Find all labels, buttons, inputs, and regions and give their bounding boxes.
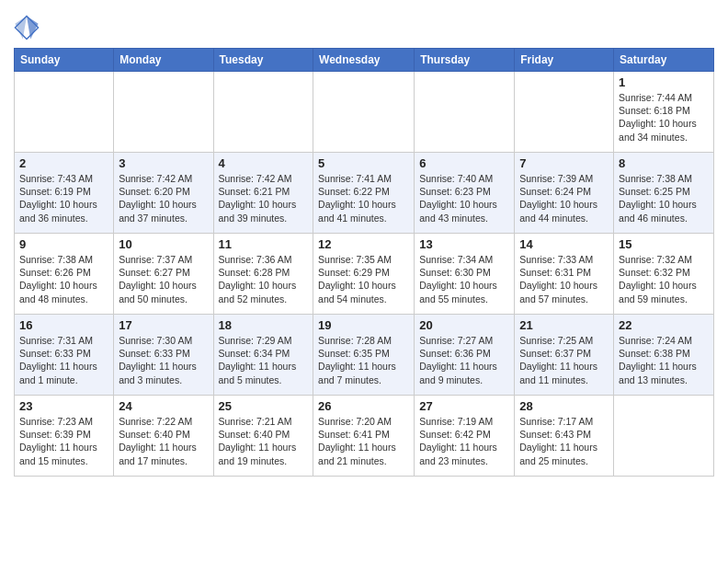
- day-info: Sunrise: 7:43 AM Sunset: 6:19 PM Dayligh…: [19, 172, 108, 224]
- day-info: Sunrise: 7:29 AM Sunset: 6:34 PM Dayligh…: [219, 334, 309, 386]
- day-number: 26: [318, 399, 409, 413]
- calendar-cell: [114, 72, 213, 153]
- calendar-cell: 13Sunrise: 7:34 AM Sunset: 6:30 PM Dayli…: [415, 234, 515, 315]
- calendar-cell: 21Sunrise: 7:25 AM Sunset: 6:37 PM Dayli…: [515, 315, 614, 396]
- day-info: Sunrise: 7:20 AM Sunset: 6:41 PM Dayligh…: [318, 415, 409, 467]
- calendar-cell: 19Sunrise: 7:28 AM Sunset: 6:35 PM Dayli…: [313, 315, 415, 396]
- day-number: 23: [19, 399, 108, 413]
- day-number: 4: [219, 156, 309, 170]
- calendar-week-3: 9Sunrise: 7:38 AM Sunset: 6:26 PM Daylig…: [15, 234, 714, 315]
- calendar-week-5: 23Sunrise: 7:23 AM Sunset: 6:39 PM Dayli…: [15, 396, 714, 477]
- day-info: Sunrise: 7:24 AM Sunset: 6:38 PM Dayligh…: [619, 334, 709, 386]
- calendar-cell: 10Sunrise: 7:37 AM Sunset: 6:27 PM Dayli…: [114, 234, 213, 315]
- day-info: Sunrise: 7:37 AM Sunset: 6:27 PM Dayligh…: [119, 253, 208, 305]
- calendar-cell: 6Sunrise: 7:40 AM Sunset: 6:23 PM Daylig…: [415, 153, 515, 234]
- day-number: 25: [219, 399, 309, 413]
- day-info: Sunrise: 7:19 AM Sunset: 6:42 PM Dayligh…: [419, 415, 509, 467]
- day-number: 27: [419, 399, 509, 413]
- day-info: Sunrise: 7:42 AM Sunset: 6:20 PM Dayligh…: [119, 172, 208, 224]
- calendar-cell: 3Sunrise: 7:42 AM Sunset: 6:20 PM Daylig…: [114, 153, 213, 234]
- day-number: 14: [519, 237, 609, 251]
- calendar-cell: 25Sunrise: 7:21 AM Sunset: 6:40 PM Dayli…: [213, 396, 313, 477]
- column-header-saturday: Saturday: [614, 49, 714, 72]
- day-number: 1: [619, 75, 709, 89]
- day-number: 3: [119, 156, 208, 170]
- day-number: 20: [419, 318, 509, 332]
- day-number: 8: [619, 156, 709, 170]
- day-info: Sunrise: 7:27 AM Sunset: 6:36 PM Dayligh…: [419, 334, 509, 386]
- day-number: 6: [419, 156, 509, 170]
- day-number: 10: [119, 237, 208, 251]
- day-number: 19: [318, 318, 409, 332]
- day-number: 22: [619, 318, 709, 332]
- calendar-cell: [515, 72, 614, 153]
- day-info: Sunrise: 7:17 AM Sunset: 6:43 PM Dayligh…: [519, 415, 609, 467]
- column-header-friday: Friday: [515, 49, 614, 72]
- calendar-week-1: 1Sunrise: 7:44 AM Sunset: 6:18 PM Daylig…: [15, 72, 714, 153]
- day-info: Sunrise: 7:22 AM Sunset: 6:40 PM Dayligh…: [119, 415, 208, 467]
- day-number: 18: [219, 318, 309, 332]
- column-header-wednesday: Wednesday: [313, 49, 415, 72]
- calendar-cell: 9Sunrise: 7:38 AM Sunset: 6:26 PM Daylig…: [15, 234, 114, 315]
- day-info: Sunrise: 7:32 AM Sunset: 6:32 PM Dayligh…: [619, 253, 709, 305]
- calendar-cell: 26Sunrise: 7:20 AM Sunset: 6:41 PM Dayli…: [313, 396, 415, 477]
- calendar-cell: 27Sunrise: 7:19 AM Sunset: 6:42 PM Dayli…: [415, 396, 515, 477]
- day-info: Sunrise: 7:34 AM Sunset: 6:30 PM Dayligh…: [419, 253, 509, 305]
- calendar-cell: 16Sunrise: 7:31 AM Sunset: 6:33 PM Dayli…: [15, 315, 114, 396]
- day-number: 17: [119, 318, 208, 332]
- day-number: 2: [19, 156, 108, 170]
- page-header: [14, 9, 714, 40]
- calendar-week-4: 16Sunrise: 7:31 AM Sunset: 6:33 PM Dayli…: [15, 315, 714, 396]
- logo-icon: [14, 15, 40, 40]
- calendar-cell: 7Sunrise: 7:39 AM Sunset: 6:24 PM Daylig…: [515, 153, 614, 234]
- calendar-header-row: SundayMondayTuesdayWednesdayThursdayFrid…: [15, 49, 714, 72]
- day-info: Sunrise: 7:44 AM Sunset: 6:18 PM Dayligh…: [619, 91, 709, 144]
- calendar-cell: 4Sunrise: 7:42 AM Sunset: 6:21 PM Daylig…: [213, 153, 313, 234]
- svg-marker-1: [27, 16, 39, 39]
- calendar-cell: 18Sunrise: 7:29 AM Sunset: 6:34 PM Dayli…: [213, 315, 313, 396]
- column-header-sunday: Sunday: [15, 49, 114, 72]
- day-number: 11: [219, 237, 309, 251]
- calendar-cell: 15Sunrise: 7:32 AM Sunset: 6:32 PM Dayli…: [614, 234, 714, 315]
- calendar-cell: 20Sunrise: 7:27 AM Sunset: 6:36 PM Dayli…: [415, 315, 515, 396]
- column-header-monday: Monday: [114, 49, 213, 72]
- calendar-cell: [213, 72, 313, 153]
- day-info: Sunrise: 7:41 AM Sunset: 6:22 PM Dayligh…: [318, 172, 409, 224]
- logo: [14, 15, 43, 40]
- day-info: Sunrise: 7:33 AM Sunset: 6:31 PM Dayligh…: [519, 253, 609, 305]
- day-number: 28: [519, 399, 609, 413]
- day-info: Sunrise: 7:36 AM Sunset: 6:28 PM Dayligh…: [219, 253, 309, 305]
- day-number: 12: [318, 237, 409, 251]
- calendar-cell: [15, 72, 114, 153]
- calendar-cell: 5Sunrise: 7:41 AM Sunset: 6:22 PM Daylig…: [313, 153, 415, 234]
- svg-marker-2: [15, 16, 27, 39]
- calendar-cell: 24Sunrise: 7:22 AM Sunset: 6:40 PM Dayli…: [114, 396, 213, 477]
- calendar-cell: 2Sunrise: 7:43 AM Sunset: 6:19 PM Daylig…: [15, 153, 114, 234]
- day-info: Sunrise: 7:39 AM Sunset: 6:24 PM Dayligh…: [519, 172, 609, 224]
- day-number: 5: [318, 156, 409, 170]
- calendar-cell: 22Sunrise: 7:24 AM Sunset: 6:38 PM Dayli…: [614, 315, 714, 396]
- day-info: Sunrise: 7:40 AM Sunset: 6:23 PM Dayligh…: [419, 172, 509, 224]
- column-header-thursday: Thursday: [415, 49, 515, 72]
- day-number: 21: [519, 318, 609, 332]
- day-number: 16: [19, 318, 108, 332]
- calendar-cell: 23Sunrise: 7:23 AM Sunset: 6:39 PM Dayli…: [15, 396, 114, 477]
- day-number: 7: [519, 156, 609, 170]
- day-info: Sunrise: 7:21 AM Sunset: 6:40 PM Dayligh…: [219, 415, 309, 467]
- day-info: Sunrise: 7:30 AM Sunset: 6:33 PM Dayligh…: [119, 334, 208, 386]
- calendar-cell: 8Sunrise: 7:38 AM Sunset: 6:25 PM Daylig…: [614, 153, 714, 234]
- column-header-tuesday: Tuesday: [213, 49, 313, 72]
- calendar-cell: 11Sunrise: 7:36 AM Sunset: 6:28 PM Dayli…: [213, 234, 313, 315]
- day-info: Sunrise: 7:23 AM Sunset: 6:39 PM Dayligh…: [19, 415, 108, 467]
- day-info: Sunrise: 7:42 AM Sunset: 6:21 PM Dayligh…: [219, 172, 309, 224]
- calendar-week-2: 2Sunrise: 7:43 AM Sunset: 6:19 PM Daylig…: [15, 153, 714, 234]
- calendar-cell: [415, 72, 515, 153]
- day-number: 9: [19, 237, 108, 251]
- calendar-cell: 14Sunrise: 7:33 AM Sunset: 6:31 PM Dayli…: [515, 234, 614, 315]
- day-info: Sunrise: 7:25 AM Sunset: 6:37 PM Dayligh…: [519, 334, 609, 386]
- day-number: 15: [619, 237, 709, 251]
- day-info: Sunrise: 7:28 AM Sunset: 6:35 PM Dayligh…: [318, 334, 409, 386]
- day-info: Sunrise: 7:31 AM Sunset: 6:33 PM Dayligh…: [19, 334, 108, 386]
- day-info: Sunrise: 7:35 AM Sunset: 6:29 PM Dayligh…: [318, 253, 409, 305]
- day-number: 24: [119, 399, 208, 413]
